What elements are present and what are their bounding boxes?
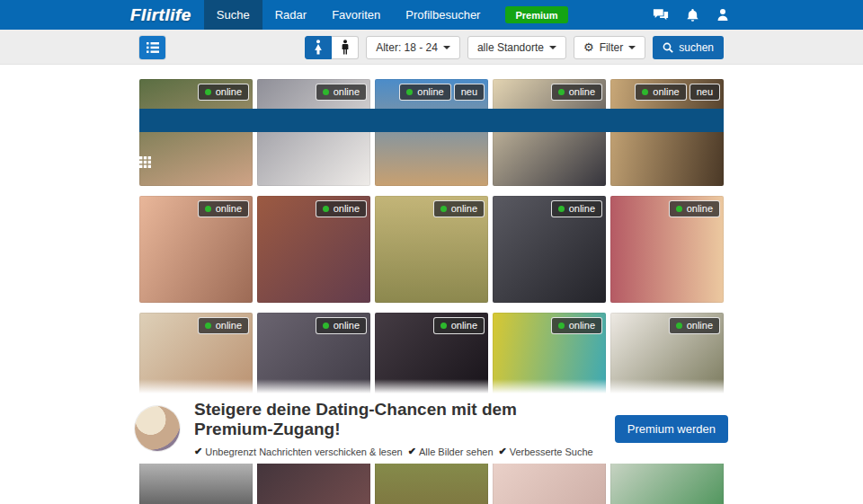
check-icon: ✔ xyxy=(499,446,507,457)
premium-nav-button[interactable]: Premium xyxy=(505,6,567,23)
user-icon[interactable] xyxy=(716,8,729,22)
online-badge: online xyxy=(316,317,367,334)
badge-row: online xyxy=(198,317,249,334)
badge-row: online xyxy=(433,317,485,334)
banner-benefit-list: ✔Unbegrenzt Nachrichten verschicken & le… xyxy=(194,446,601,457)
new-badge: neu xyxy=(454,84,485,101)
filter-dropdown-label: Filter xyxy=(600,41,624,54)
online-badge: online xyxy=(551,200,602,217)
badge-row: online xyxy=(551,200,602,217)
badge-row: online xyxy=(316,84,367,101)
app-logo[interactable]: Flirtlife xyxy=(130,5,204,25)
online-badge: online xyxy=(399,84,450,101)
search-icon xyxy=(663,42,673,53)
online-dot-icon xyxy=(642,89,648,95)
profile-card[interactable]: onlineneu xyxy=(375,79,488,186)
online-dot-icon xyxy=(558,323,565,329)
list-view-button[interactable] xyxy=(139,36,165,59)
online-dot-icon xyxy=(205,89,211,95)
gender-male-button[interactable] xyxy=(332,36,359,59)
online-badge: online xyxy=(669,200,720,217)
online-dot-icon xyxy=(323,206,329,212)
online-badge: online xyxy=(551,84,602,101)
profile-card[interactable]: online xyxy=(493,79,606,186)
online-badge: online xyxy=(551,317,602,334)
badge-row: online xyxy=(198,84,249,101)
premium-werden-button[interactable]: Premium werden xyxy=(615,415,728,443)
new-badge: neu xyxy=(690,84,720,101)
online-badge: online xyxy=(198,317,249,334)
online-dot-icon xyxy=(205,323,211,329)
badge-row: online xyxy=(669,200,720,217)
location-dropdown[interactable]: alle Standorte xyxy=(467,36,566,59)
online-badge: online xyxy=(433,200,485,217)
online-dot-icon xyxy=(323,89,329,95)
bell-icon[interactable] xyxy=(686,8,699,22)
badge-row: online xyxy=(316,317,367,334)
banner-title: Steigere deine Dating-Chancen mit dem Pr… xyxy=(194,400,601,439)
online-dot-icon xyxy=(323,323,329,329)
online-dot-icon xyxy=(676,323,682,329)
gender-toggle-group xyxy=(305,36,359,59)
badge-row: online xyxy=(551,317,602,334)
search-button-label: suchen xyxy=(679,41,714,54)
badge-row: onlineneu xyxy=(635,84,720,101)
profile-card[interactable]: online xyxy=(610,196,724,303)
badge-row: online xyxy=(551,84,602,101)
online-dot-icon xyxy=(558,89,565,95)
banner-avatar xyxy=(135,406,180,451)
online-badge: online xyxy=(316,200,367,217)
gender-female-button[interactable] xyxy=(305,36,332,59)
profile-card[interactable]: online xyxy=(375,196,488,303)
profile-card[interactable]: online xyxy=(257,196,370,303)
online-dot-icon xyxy=(676,206,682,212)
filter-dropdown[interactable]: ⚙ Filter xyxy=(574,36,645,59)
chevron-down-icon xyxy=(443,46,450,49)
online-dot-icon xyxy=(440,206,447,212)
badge-row: onlineneu xyxy=(399,84,485,101)
online-badge: online xyxy=(635,84,686,101)
age-dropdown[interactable]: Alter: 18 - 24 xyxy=(366,36,460,59)
search-button[interactable]: suchen xyxy=(653,36,724,59)
online-badge: online xyxy=(433,317,485,334)
profile-card[interactable]: online xyxy=(493,196,606,303)
check-icon: ✔ xyxy=(408,446,416,457)
chat-icon[interactable] xyxy=(653,8,669,22)
nav-item-profilbesucher[interactable]: Profilbesucher xyxy=(393,0,493,30)
profile-card[interactable]: onlineneu xyxy=(610,79,724,186)
online-dot-icon xyxy=(558,206,565,212)
gear-icon: ⚙ xyxy=(583,41,594,53)
badge-row: online xyxy=(316,200,367,217)
online-badge: online xyxy=(669,317,720,334)
nav-item-radar[interactable]: Radar xyxy=(262,0,319,30)
male-icon xyxy=(341,40,350,55)
online-dot-icon xyxy=(205,206,211,212)
online-badge: online xyxy=(316,84,367,101)
banner-benefit: ✔Alle Bilder sehen xyxy=(408,446,494,457)
chevron-down-icon xyxy=(549,46,556,49)
chevron-down-icon xyxy=(628,46,636,49)
profile-card[interactable]: online xyxy=(257,79,370,186)
view-toggle-group xyxy=(139,36,165,59)
badge-row: online xyxy=(669,317,720,334)
nav-item-suche[interactable]: Suche xyxy=(204,0,262,30)
online-badge: online xyxy=(198,84,249,101)
banner-benefit: ✔Unbegrenzt Nachrichten verschicken & le… xyxy=(194,446,403,457)
online-dot-icon xyxy=(406,89,413,95)
check-icon: ✔ xyxy=(194,446,202,457)
nav-item-favoriten[interactable]: Favoriten xyxy=(319,0,393,30)
badge-row: online xyxy=(198,200,249,217)
navbar-icons xyxy=(653,0,733,30)
top-navbar: Flirtlife Suche Radar Favoriten Profilbe… xyxy=(0,0,863,30)
profile-card[interactable]: online xyxy=(139,79,253,186)
banner-benefit: ✔Verbesserte Suche xyxy=(499,446,593,457)
age-dropdown-label: Alter: 18 - 24 xyxy=(376,41,438,54)
badge-row: online xyxy=(433,200,485,217)
main-nav: Suche Radar Favoriten Profilbesucher xyxy=(204,0,494,30)
profile-card[interactable]: online xyxy=(139,196,253,303)
online-badge: online xyxy=(198,200,249,217)
list-icon xyxy=(147,42,159,53)
online-dot-icon xyxy=(440,323,447,329)
female-icon xyxy=(313,40,324,55)
premium-banner: Steigere deine Dating-Chancen mit dem Pr… xyxy=(0,393,863,464)
